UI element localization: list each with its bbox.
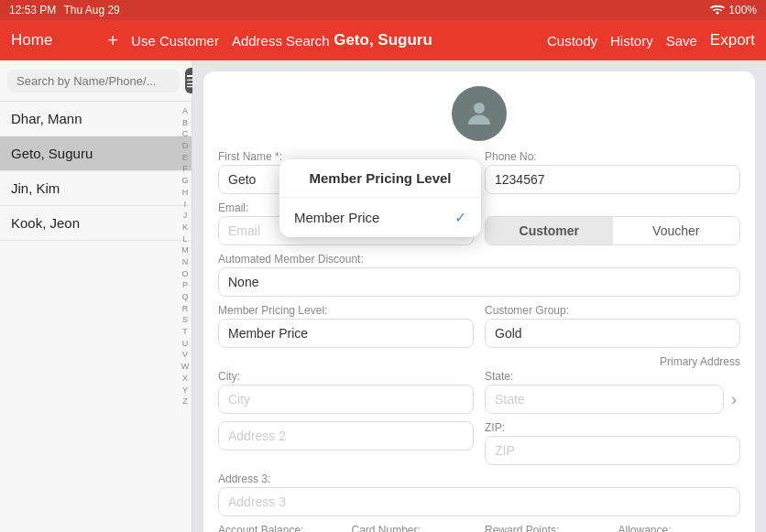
- checkmark-icon: ✓: [454, 209, 466, 226]
- save-button[interactable]: Save: [666, 33, 697, 49]
- phone-group: Phone No:: [485, 150, 740, 194]
- card-number-label: Card Number:: [352, 524, 475, 532]
- state-group: State: ›: [485, 370, 740, 414]
- customer-tab[interactable]: Customer: [486, 217, 613, 244]
- alpha-a[interactable]: A: [182, 106, 188, 117]
- alpha-d[interactable]: D: [182, 141, 189, 152]
- state-arrow-button[interactable]: ›: [728, 390, 740, 409]
- zip-label: ZIP:: [485, 421, 740, 434]
- address-search-button[interactable]: Address Search: [232, 33, 330, 49]
- reward-points-label: Reward Points:: [485, 524, 607, 532]
- city-state-row: City: State: ›: [218, 370, 740, 414]
- history-button[interactable]: History: [610, 33, 653, 49]
- allowance-label: Allowance:: [618, 524, 741, 532]
- alpha-c[interactable]: C: [182, 129, 189, 140]
- dropdown-item-member-price[interactable]: Member Price ✓: [279, 198, 481, 237]
- pricing-group-row: Member Pricing Level: Customer Group:: [218, 304, 740, 348]
- city-label: City:: [218, 370, 474, 383]
- customer-group-input[interactable]: [485, 319, 740, 348]
- nav-actions-left: + Use Customer Address Search: [107, 30, 329, 51]
- pricing-level-dropdown: Member Pricing Level Member Price ✓: [279, 159, 481, 237]
- pricing-level-input[interactable]: [218, 319, 474, 348]
- allowance-group: Allowance:: [618, 524, 741, 532]
- dropdown-item-label: Member Price: [294, 210, 379, 225]
- pricing-level-label: Member Pricing Level:: [218, 304, 474, 317]
- phone-label: Phone No:: [485, 150, 740, 163]
- alpha-m[interactable]: M: [181, 245, 189, 256]
- alpha-j[interactable]: J: [183, 211, 188, 222]
- content-area: First Name *: Phone No: Email: Custo: [192, 60, 766, 532]
- avatar: [452, 86, 507, 141]
- nav-title: Geto, Suguru: [334, 31, 432, 49]
- alpha-b[interactable]: B: [182, 118, 188, 129]
- status-bar: 12:53 PM Thu Aug 29 100%: [0, 0, 766, 20]
- wifi-icon: [710, 5, 725, 16]
- discount-row: Automated Member Discount:: [218, 253, 740, 297]
- pricing-level-group: Member Pricing Level:: [218, 304, 474, 348]
- alpha-q[interactable]: Q: [181, 292, 188, 303]
- use-customer-button[interactable]: Use Customer: [131, 33, 219, 49]
- address2-row: ZIP:: [218, 421, 740, 465]
- custody-button[interactable]: Custody: [547, 33, 597, 49]
- add-button[interactable]: +: [107, 30, 118, 51]
- home-button[interactable]: Home: [11, 31, 52, 49]
- export-button[interactable]: Export: [710, 31, 755, 49]
- alpha-w[interactable]: W: [181, 362, 190, 373]
- zip-group: ZIP:: [485, 421, 740, 465]
- phone-input[interactable]: [485, 165, 740, 194]
- discount-input[interactable]: [218, 267, 740, 297]
- primary-address-header: Primary Address: [218, 355, 740, 368]
- alpha-t[interactable]: T: [182, 327, 188, 338]
- alpha-h[interactable]: H: [182, 188, 189, 199]
- alpha-f[interactable]: F: [182, 164, 188, 175]
- zip-input[interactable]: [485, 436, 740, 465]
- alpha-v[interactable]: V: [182, 350, 188, 361]
- city-input[interactable]: [218, 385, 474, 414]
- alpha-k[interactable]: K: [182, 223, 188, 233]
- reward-points-group: Reward Points:: [485, 524, 607, 532]
- battery: 100%: [728, 4, 757, 16]
- time: 12:53 PM: [9, 4, 56, 16]
- dropdown-title: Member Pricing Level: [279, 159, 481, 198]
- alpha-n[interactable]: N: [182, 257, 189, 268]
- alpha-z[interactable]: Z: [182, 396, 188, 407]
- alpha-i[interactable]: I: [184, 200, 187, 211]
- customer-voucher-segment: Customer Voucher: [485, 216, 740, 245]
- alpha-y[interactable]: Y: [182, 385, 188, 396]
- avatar-icon: [463, 97, 496, 130]
- svg-point-6: [474, 103, 485, 114]
- alpha-x[interactable]: X: [182, 374, 188, 385]
- alpha-e[interactable]: E: [182, 153, 188, 164]
- alpha-p[interactable]: P: [182, 280, 188, 291]
- discount-group: Automated Member Discount:: [218, 253, 740, 297]
- card-number-group: Card Number:: [352, 524, 475, 532]
- alpha-o[interactable]: O: [181, 269, 188, 280]
- customer-form: First Name *: Phone No: Email: Custo: [203, 71, 755, 532]
- state-input[interactable]: [485, 385, 724, 414]
- alpha-l[interactable]: L: [182, 234, 187, 245]
- customer-item[interactable]: Dhar, Mann: [0, 102, 192, 136]
- customer-item[interactable]: Kook, Jeon: [0, 206, 192, 241]
- nav-bar: Home + Use Customer Address Search Geto,…: [0, 20, 766, 60]
- customer-item[interactable]: Geto, Suguru: [0, 136, 192, 171]
- discount-label: Automated Member Discount:: [218, 253, 740, 266]
- customer-item[interactable]: Jin, Kim: [0, 171, 192, 206]
- search-input[interactable]: [7, 70, 180, 92]
- address3-group: Address 3:: [218, 472, 740, 516]
- alpha-g[interactable]: G: [181, 176, 188, 187]
- date: Thu Aug 29: [63, 4, 119, 16]
- alpha-u[interactable]: U: [182, 339, 189, 350]
- alpha-s[interactable]: S: [182, 315, 188, 326]
- city-group: City:: [218, 370, 474, 414]
- search-bar: [0, 60, 192, 102]
- main-layout: Dhar, Mann Geto, Suguru Jin, Kim Kook, J…: [0, 60, 766, 532]
- alpha-r[interactable]: R: [182, 304, 189, 315]
- customer-group-group: Customer Group:: [485, 304, 740, 348]
- voucher-tab[interactable]: Voucher: [613, 217, 740, 244]
- state-label: State:: [485, 370, 740, 383]
- alpha-index: A B C D E F G H I J K L M N O P Q R S T …: [179, 106, 192, 407]
- address2-input[interactable]: [218, 421, 474, 451]
- account-balance-label: Account Balance:: [218, 524, 341, 532]
- address3-input[interactable]: [218, 487, 740, 516]
- balance-row: Account Balance: $ Card Number:: [218, 524, 740, 532]
